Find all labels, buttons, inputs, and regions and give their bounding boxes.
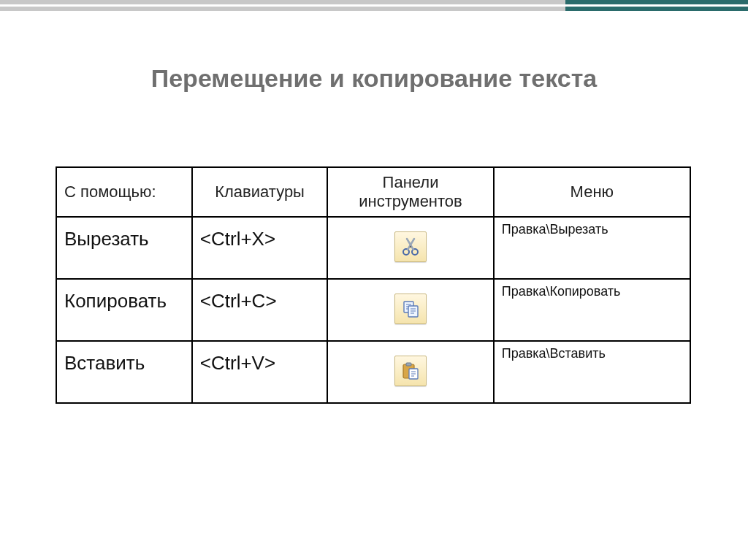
shortcuts-table: С помощью: Клавиатуры Панели инструменто… [56,166,691,404]
shortcut-paste: <Ctrl+V> [192,341,328,403]
decorative-top-band [0,0,748,12]
table-row: Вставить <Ctrl+V> Правка\Вставить [56,341,690,403]
toolbar-icon-copy-cell [327,279,493,341]
toolbar-icon-cut-cell [327,217,493,279]
menu-path-copy: Правка\Копировать [494,279,690,341]
header-keyboard: Клавиатуры [192,167,328,217]
table-header-row: С помощью: Клавиатуры Панели инструменто… [56,167,690,217]
action-copy: Копировать [56,279,192,341]
paste-icon [394,356,427,386]
slide-title: Перемещение и копирование текста [0,64,748,93]
shortcut-copy: <Ctrl+C> [192,279,328,341]
toolbar-icon-paste-cell [327,341,493,403]
svg-point-4 [410,245,411,247]
svg-rect-14 [406,363,411,366]
table-row: Вырезать <Ctrl+X> Правка\Вырезать [56,217,690,279]
header-menu: Меню [494,167,690,217]
copy-icon [394,294,427,324]
shortcut-cut: <Ctrl+X> [192,217,328,279]
menu-path-paste: Правка\Вставить [494,341,690,403]
menu-path-cut: Правка\Вырезать [494,217,690,279]
cut-icon [394,231,427,262]
action-paste: Вставить [56,341,192,403]
shortcuts-table-container: С помощью: Клавиатуры Панели инструменто… [56,166,691,404]
action-cut: Вырезать [56,217,192,279]
table-row: Копировать <Ctrl+C> Правка\Коп [56,279,690,341]
header-with: С помощью: [56,167,192,217]
header-toolbar: Панели инструментов [327,167,493,217]
